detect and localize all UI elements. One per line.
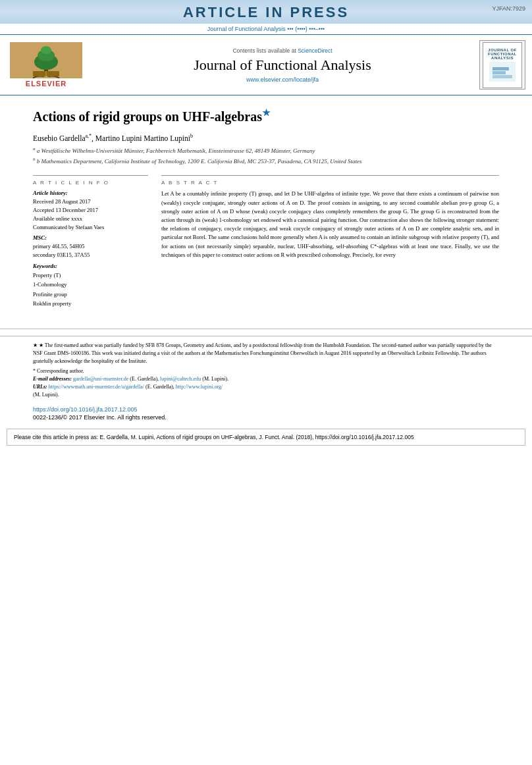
journal-id: YJFAN:7929 (492, 5, 525, 12)
elsevier-logo: ELSEVIER (7, 42, 86, 88)
abstract-heading: A B S T R A C T (161, 180, 499, 186)
doi-section: https://doi.org/10.1016/j.jfa.2017.12.00… (0, 403, 532, 423)
abstract-text: Let A be a countably infinite property (… (161, 190, 499, 259)
keyword-1: Property (T) (33, 271, 148, 280)
journal-ref-line: Journal of Functional Analysis ••• (••••… (0, 24, 532, 34)
svg-rect-8 (492, 75, 512, 78)
abstract-column: A B S T R A C T Let A be a countably inf… (161, 175, 499, 308)
keyword-3: Profinite group (33, 290, 148, 299)
author-gardella: Eusebio Gardella (33, 134, 86, 142)
email-gardella-link[interactable]: gardella@uni-muenster.de (73, 376, 128, 382)
keywords-label: Keywords: (33, 263, 148, 269)
star-symbol: ★ (33, 342, 39, 348)
banner-text: ARTICLE IN PRESS (183, 4, 349, 20)
journal-url: www.elsevier.com/locate/jfa (92, 76, 473, 83)
affiliation-a: a a Westfälische Wilhelms-Universität Mü… (33, 145, 499, 156)
contents-available-text: Contents lists available at ScienceDirec… (92, 47, 473, 54)
journal-center-info: Contents lists available at ScienceDirec… (92, 47, 473, 83)
url-footnote: URLs: https://wwwmath.uni-muenster.de/u/… (33, 383, 499, 391)
msc-primary: primary 46L55, 54H05 (33, 242, 148, 251)
received-text: Received 28 August 2017 (33, 198, 148, 206)
two-column-section: A R T I C L E I N F O Article history: R… (33, 175, 499, 308)
svg-rect-10 (492, 67, 509, 70)
url-lupini-name: (M. Lupini). (33, 391, 499, 399)
title-star: ★ (262, 108, 271, 118)
keywords-list: Property (T) 1-Cohomology Profinite grou… (33, 271, 148, 309)
elsevier-tree-image (10, 42, 82, 78)
sciencedirect-link[interactable]: ScienceDirect (298, 47, 332, 54)
journal-title: Journal of Functional Analysis (92, 57, 473, 74)
star-footnote: ★ ★ The first-named author was partially… (33, 342, 499, 365)
corresponding-footnote: * Corresponding author. (33, 367, 499, 375)
svg-point-4 (41, 46, 51, 54)
author-gardella-sup: a,* (86, 133, 92, 139)
affiliation-b: b b Mathematics Department, California I… (33, 156, 499, 167)
email-lupini-link[interactable]: lupini@caltech.edu (160, 376, 201, 382)
author-lupini: Martino Lupini (142, 134, 190, 142)
affiliations: a a Westfälische Wilhelms-Universität Mü… (33, 145, 499, 166)
elsevier-wordmark: ELSEVIER (26, 80, 66, 88)
available-text: Available online xxxx (33, 215, 148, 223)
history-label: Article history: (33, 190, 148, 196)
msc-label: MSC: (33, 234, 148, 241)
email-label: E-mail addresses: (33, 376, 72, 382)
keyword-2: 1-Cohomology (33, 280, 148, 289)
journal-header: ELSEVIER Contents lists available at Sci… (0, 34, 532, 95)
url-lupini-link[interactable]: http://www.lupini.org/ (176, 384, 223, 390)
citation-box: Please cite this article in press as: E.… (7, 429, 525, 446)
author-lupini-sup: b (190, 133, 193, 139)
msc-secondary: secondary 03E15, 37A55 (33, 251, 148, 259)
accepted-text: Accepted 13 December 2017 (33, 206, 148, 215)
authors-line: Eusebio Gardellaa,*, Martino Lupini Mart… (33, 133, 499, 142)
article-title: Actions of rigid groups on UHF-algebras★ (33, 107, 499, 125)
footnotes-divider (0, 329, 532, 329)
article-in-press-banner: ARTICLE IN PRESS YJFAN:7929 (0, 0, 532, 24)
keyword-4: Rokhlin property (33, 299, 148, 308)
communicated-text: Communicated by Stefaan Vaes (33, 223, 148, 232)
email-footnote: E-mail addresses: gardella@uni-muenster.… (33, 375, 499, 383)
url-gardella-link[interactable]: https://wwwmath.uni-muenster.de/u/gardel… (49, 384, 144, 390)
copyright-text: 0022-1236/© 2017 Elsevier Inc. All right… (33, 414, 499, 421)
main-content: Actions of rigid groups on UHF-algebras★… (0, 95, 532, 322)
url-label: URLs: (33, 384, 47, 390)
footnotes-section: ★ ★ The first-named author was partially… (0, 336, 532, 403)
journal-right-logo: JOURNAL OFFUNCTIONALANALYSIS (479, 40, 525, 90)
doi-link[interactable]: https://doi.org/10.1016/j.jfa.2017.12.00… (33, 406, 138, 413)
article-info-column: A R T I C L E I N F O Article history: R… (33, 175, 148, 308)
svg-rect-9 (492, 71, 506, 74)
article-info-heading: A R T I C L E I N F O (33, 180, 148, 186)
